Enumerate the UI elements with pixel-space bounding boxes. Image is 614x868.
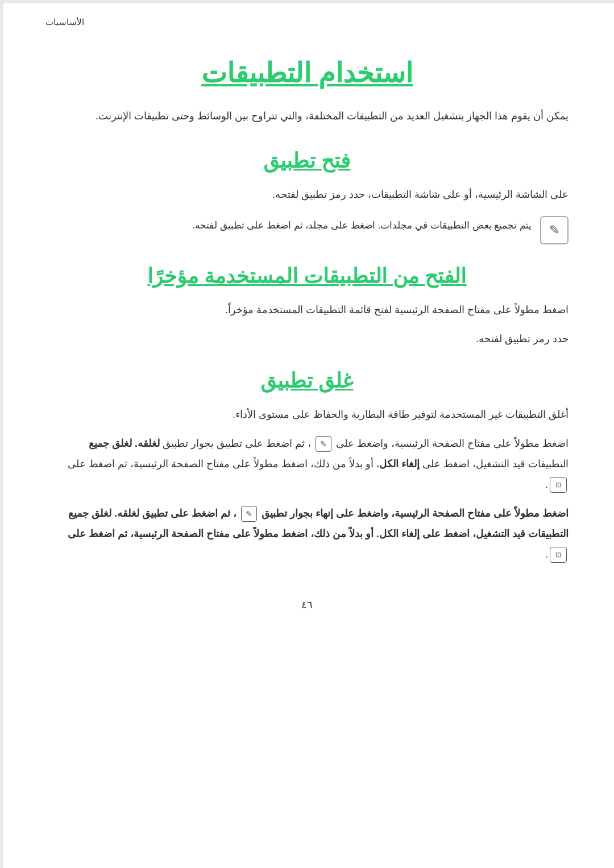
ex-icon: ⊡ xyxy=(550,477,567,493)
section-title-close-app: غلق تطبيق xyxy=(45,369,569,393)
section-text-close-app-full: اضغط مطولاً على مفتاح الصفحة الرئيسية، و… xyxy=(45,503,569,564)
section-text-open-app-1: على الشاشة الرئيسية، أو على شاشة التطبيق… xyxy=(45,184,569,205)
pencil-inline-icon: ✎ xyxy=(241,506,257,522)
intro-paragraph: يمكن أن يقوم هذا الجهاز بتشغيل العديد من… xyxy=(45,106,569,126)
checkmark-icon: ✎ xyxy=(316,436,331,452)
bold-press-long: اضغط مطولاً على مفتاح الصفحة الرئيسية، و… xyxy=(262,508,569,519)
section-title-open-recent: الفتح من التطبيقات المستخدمة مؤخرًا xyxy=(45,264,569,288)
top-border xyxy=(0,0,614,3)
section-close-app: غلق تطبيق أغلق التطبيقات غير المستخدمة ل… xyxy=(45,369,569,564)
page-number: ٤٦ xyxy=(45,599,569,611)
breadcrumb-label: الأساسيات xyxy=(45,17,84,27)
section-open-recent: الفتح من التطبيقات المستخدمة مؤخرًا اضغط… xyxy=(45,264,569,349)
note-icon: ✎ xyxy=(540,216,569,244)
note-text: يتم تجميع بعض التطبيقات في مجلدات. اضغط … xyxy=(45,216,532,235)
ex-inline-icon: ⊡ xyxy=(550,547,567,563)
section-open-app: فتح تطبيق على الشاشة الرئيسية، أو على شا… xyxy=(45,149,569,244)
bold-end-label: لغلقه. لغلق جميع xyxy=(89,438,160,449)
section-title-open-app: فتح تطبيق xyxy=(45,149,569,173)
left-border xyxy=(0,0,3,868)
page-container: الأساسيات استخدام التطبيقات يمكن أن يقوم… xyxy=(0,0,614,868)
section-text-close-app-1: أغلق التطبيقات غير المستخدمة لتوفير طاقة… xyxy=(45,404,569,425)
section-text-close-app-2: اضغط مطولاً على مفتاح الصفحة الرئيسية، و… xyxy=(45,433,569,495)
bold-close-all: إلغاء الكل. xyxy=(376,458,420,470)
note-box: ✎ يتم تجميع بعض التطبيقات في مجلدات. اضغ… xyxy=(45,216,569,244)
section-text-open-recent-2: حدد رمز تطبيق لفتحه. xyxy=(45,329,569,349)
page-main-title: استخدام التطبيقات xyxy=(45,57,569,89)
section-text-open-recent-1: اضغط مطولاً على مفتاح الصفحة الرئيسية لف… xyxy=(45,300,569,320)
